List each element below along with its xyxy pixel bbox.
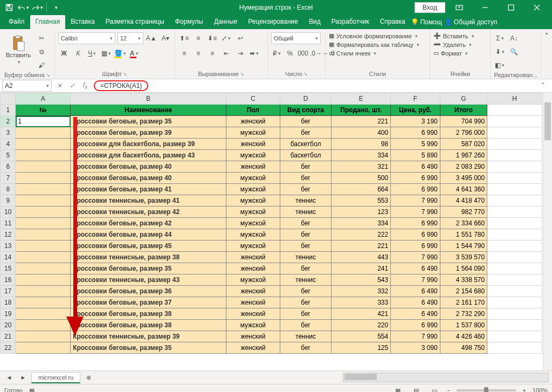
cell[interactable]: 5 990 <box>391 139 440 150</box>
increase-decimal-icon[interactable]: .0→ <box>310 47 322 59</box>
cell[interactable]: бег <box>280 263 332 274</box>
cell[interactable] <box>16 173 71 184</box>
ribbon-options-icon[interactable] <box>447 0 471 15</box>
row-header[interactable]: 18 <box>1 297 16 308</box>
cell[interactable]: женский <box>226 116 280 127</box>
orientation-icon[interactable]: ⤢▾ <box>220 32 232 44</box>
sheet-tab[interactable]: microexcel.ru <box>31 372 80 383</box>
cell[interactable] <box>16 195 71 207</box>
tab-developer[interactable]: Разработчик <box>326 15 375 29</box>
cell[interactable]: 3 090 <box>391 342 440 354</box>
cell[interactable]: Кроссовки беговые, размер 36 <box>71 286 226 297</box>
cell[interactable]: 443 <box>332 252 391 263</box>
row-header[interactable]: 19 <box>1 308 16 320</box>
cell[interactable]: 98 <box>332 139 391 150</box>
tab-review[interactable]: Рецензирование <box>243 15 303 29</box>
cell[interactable]: теннис <box>280 207 332 218</box>
cell[interactable]: Кроссовки беговые, размер 35 <box>71 263 226 274</box>
cell[interactable] <box>16 127 71 139</box>
worksheet-grid[interactable]: A B C D E F G H 1№НаименованиеПолВид спо… <box>0 93 552 370</box>
merge-icon[interactable]: ⬌▾ <box>249 47 260 59</box>
cell[interactable]: 1 564 090 <box>440 263 487 274</box>
align-top-icon[interactable]: ⬆≡ <box>178 32 190 44</box>
header-cell[interactable]: Вид спорта <box>280 105 332 116</box>
col-header[interactable]: B <box>71 93 226 105</box>
currency-icon[interactable]: ₽▾ <box>271 47 283 59</box>
cell[interactable] <box>487 286 542 297</box>
cell[interactable]: 2 334 660 <box>440 218 487 229</box>
cell[interactable] <box>487 274 542 286</box>
row-header[interactable]: 2 <box>1 116 16 127</box>
fill-color-icon[interactable]: 🪣▾ <box>114 47 126 59</box>
tab-formulas[interactable]: Формулы <box>170 15 209 29</box>
row-header[interactable]: 9 <box>1 195 16 207</box>
cell[interactable]: 123 <box>332 207 391 218</box>
tab-pagelayout[interactable]: Разметка страницы <box>100 15 170 29</box>
cell[interactable] <box>16 308 71 320</box>
cell[interactable]: 6 990 <box>391 184 440 195</box>
cell[interactable]: 5 890 <box>391 150 440 161</box>
cell[interactable]: бег <box>280 308 332 320</box>
cell[interactable]: Кроссовки беговые, размер 40 <box>71 173 226 184</box>
conditional-formatting-button[interactable]: ▦Условное форматирование▾ <box>329 32 418 39</box>
col-header[interactable]: A <box>16 93 71 105</box>
cell[interactable] <box>487 116 542 127</box>
indent-decrease-icon[interactable]: ⇤ <box>220 47 232 59</box>
cell[interactable]: 332 <box>332 286 391 297</box>
cell[interactable]: Кроссовки беговые, размер 39 <box>71 127 226 139</box>
cell[interactable] <box>16 229 71 240</box>
cell[interactable]: 664 <box>332 184 391 195</box>
cell[interactable]: 6 490 <box>391 263 440 274</box>
delete-cells-button[interactable]: ➖Удалить▾ <box>433 41 472 48</box>
cell[interactable]: 6 990 <box>391 229 440 240</box>
cell[interactable]: женский <box>226 297 280 308</box>
cell[interactable]: теннис <box>280 252 332 263</box>
row-header[interactable]: 8 <box>1 184 16 195</box>
tab-home[interactable]: Главная <box>30 15 66 29</box>
cell[interactable]: 4 338 570 <box>440 274 487 286</box>
cell[interactable]: Кроссовки для баскетбола, размер 39 <box>71 139 226 150</box>
row-header[interactable]: 5 <box>1 150 16 161</box>
row-header[interactable]: 1 <box>1 105 16 116</box>
cell[interactable]: мужской <box>226 274 280 286</box>
cell[interactable] <box>16 207 71 218</box>
tab-insert[interactable]: Вставка <box>65 15 100 29</box>
cell[interactable]: мужской <box>226 240 280 252</box>
cell[interactable]: Кроссовки теннисные, размер 39 <box>71 331 226 342</box>
undo-icon[interactable]: ▾ <box>17 2 29 13</box>
clear-icon[interactable]: ◧▾ <box>494 59 506 71</box>
cell-styles-button[interactable]: ▭Стили ячеек▾ <box>329 50 376 57</box>
cell[interactable] <box>16 274 71 286</box>
wrap-text-icon[interactable]: ↩ <box>234 32 246 44</box>
cancel-formula-icon[interactable]: ✕ <box>53 80 66 92</box>
maximize-icon[interactable] <box>499 0 523 15</box>
cell[interactable] <box>487 252 542 263</box>
cell[interactable]: бег <box>280 320 332 331</box>
tab-view[interactable]: Вид <box>303 15 326 29</box>
cell[interactable]: 221 <box>332 116 391 127</box>
cell[interactable] <box>16 297 71 308</box>
cell[interactable]: 125 <box>332 342 391 354</box>
cell[interactable]: 2 796 000 <box>440 127 487 139</box>
cell[interactable]: женский <box>226 308 280 320</box>
cell[interactable]: 4 641 360 <box>440 184 487 195</box>
align-left-icon[interactable]: ≡ <box>178 47 190 59</box>
format-as-table-button[interactable]: ▦Форматировать как таблицу▾ <box>329 41 419 48</box>
cell[interactable]: бег <box>280 286 332 297</box>
cell[interactable] <box>487 218 542 229</box>
cell[interactable]: 704 990 <box>440 116 487 127</box>
macro-record-icon[interactable]: ▦ <box>29 387 34 393</box>
cell[interactable]: мужской <box>226 150 280 161</box>
expand-formula-bar-icon[interactable]: ˅ <box>537 80 549 92</box>
cell[interactable]: мужской <box>226 320 280 331</box>
cell[interactable]: 7 990 <box>391 195 440 207</box>
cell[interactable]: бег <box>280 342 332 354</box>
cell[interactable]: 222 <box>332 229 391 240</box>
cell[interactable] <box>487 263 542 274</box>
cell[interactable]: 7 990 <box>391 331 440 342</box>
cell[interactable]: Кроссовки беговые, размер 38 <box>71 320 226 331</box>
cell[interactable]: 220 <box>332 320 391 331</box>
new-sheet-icon[interactable]: ⊕ <box>82 372 94 383</box>
cell[interactable]: мужской <box>226 229 280 240</box>
border-icon[interactable]: ▦▾ <box>100 47 112 59</box>
